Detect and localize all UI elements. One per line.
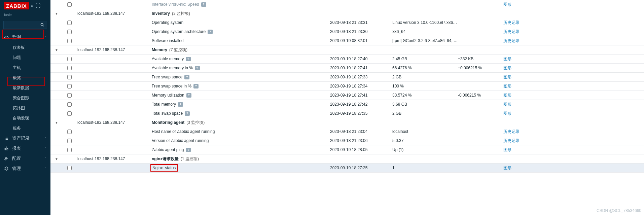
nav-subitem[interactable]: 服务 [0,123,50,133]
item-time: 2023-09-19 18:27:35 [330,111,392,116]
collapse-icon[interactable]: « [31,3,34,8]
row-checkbox[interactable] [67,21,72,25]
graph-link[interactable]: 图形 [503,102,511,107]
help-icon[interactable]: ? [201,2,206,7]
item-name: Host name of Zabbix agent running [152,129,215,134]
collapse-icon[interactable]: ▼ [55,12,58,15]
row-checkbox[interactable] [67,39,72,43]
sidebar: ZABBIX « ⛶ fasle 监测˄仪表板问题主机概览最新数据聚合图形拓扑图… [0,0,50,215]
help-icon[interactable]: ? [195,66,200,70]
row-checkbox[interactable] [67,2,72,7]
nav-subitem[interactable]: 主机 [0,63,50,73]
nav-subitem[interactable]: 最新数据 [0,83,50,93]
graph-link[interactable]: 图形 [503,166,511,170]
help-icon[interactable]: ? [186,93,191,98]
item-value: 3.68 GB [392,102,458,107]
item-value: 33.5724 % [392,93,458,98]
table-row: Nginx_status2023-09-19 18:27:251图形 [50,164,644,173]
list-icon [4,136,10,141]
nav-section-wrench[interactable]: 配置˅ [0,153,50,164]
popout-icon[interactable]: ⛶ [36,3,40,8]
nav-section-eye[interactable]: 监测˄ [0,32,50,42]
nav-label: 监测 [12,34,45,40]
row-checkbox[interactable] [67,139,72,143]
group-title: Memory [152,47,167,52]
nav-label: 资产记录 [12,135,45,141]
item-value: 2 GB [392,111,458,116]
table-row: Available memory in %?2023-09-19 18:27:4… [50,64,644,73]
main-content: Interface virbr0-nic: Speed?图形▼localhost… [50,0,644,215]
row-checkbox[interactable] [67,57,72,61]
history-link[interactable]: 历史记录 [503,129,520,134]
nav-section-bar[interactable]: 报表˅ [0,143,50,153]
item-value: Linux version 3.10.0-1160.el7.x86_6... [392,20,458,25]
nav-subitem[interactable]: 自动发现 [0,113,50,123]
row-checkbox[interactable] [67,30,72,34]
history-link[interactable]: 历史记录 [503,29,520,34]
svg-point-0 [41,23,43,26]
item-value: [rpm] GConf2-3.2.6-8.el7.x86_64, G... [392,38,458,43]
item-name: Available memory in % [152,66,193,70]
row-checkbox[interactable] [67,166,72,170]
table-row: Operating system architecture?2023-09-18… [50,27,644,36]
graph-link[interactable]: 图形 [503,147,511,152]
history-link[interactable]: 历史记录 [503,138,520,143]
search-icon [40,23,45,27]
item-name: Nginx_status [150,164,178,172]
graph-link[interactable]: 图形 [503,111,511,116]
item-name: Total swap space [152,111,183,116]
graph-link[interactable]: 图形 [503,84,511,88]
nav-subitem[interactable]: 问题 [0,52,50,63]
gear-icon [4,166,10,171]
nav-section-gear[interactable]: 管理˅ [0,164,50,174]
host-name: localhost-192.168.238.147 [76,47,152,52]
row-checkbox[interactable] [67,84,72,88]
nav-subitem[interactable]: 概览 [0,73,50,83]
nav-section-list[interactable]: 资产记录˅ [0,133,50,143]
bar-icon [4,146,10,151]
row-checkbox[interactable] [67,111,72,116]
collapse-icon[interactable]: ▼ [55,157,58,161]
history-link[interactable]: 历史记录 [503,38,520,43]
chevron-icon: ˅ [45,137,46,140]
graph-link[interactable]: 图形 [503,66,511,70]
nav-label: 配置 [12,155,45,162]
item-name: Version of Zabbix agent running [152,138,209,143]
item-name: Available memory [152,57,184,61]
item-time: 2023-09-19 18:27:33 [330,75,392,79]
help-icon[interactable]: ? [186,148,191,152]
graph-link[interactable]: 图形 [503,93,511,98]
row-checkbox[interactable] [67,130,72,134]
help-icon[interactable]: ? [184,75,189,79]
graph-link[interactable]: 图形 [503,75,511,79]
nav-subitem[interactable]: 仪表板 [0,42,50,52]
svg-point-2 [6,37,7,38]
collapse-icon[interactable]: ▼ [55,48,58,52]
help-icon[interactable]: ? [193,84,199,88]
help-icon[interactable]: ? [208,30,213,34]
help-icon[interactable]: ? [185,111,190,116]
table-row: Version of Zabbix agent running2023-09-1… [50,136,644,145]
row-checkbox[interactable] [67,66,72,70]
nav-subitem[interactable]: 聚合图形 [0,93,50,103]
graph-link[interactable]: 图形 [503,57,511,61]
item-change: +332 KB [458,57,503,61]
row-checkbox[interactable] [67,148,72,152]
row-checkbox[interactable] [67,75,72,79]
graph-link[interactable]: 图形 [503,2,511,7]
item-time: 2023-09-19 18:27:42 [330,102,392,107]
search-input[interactable] [3,21,47,29]
item-time: 2023-09-18 21:23:06 [330,138,392,143]
host-name: localhost-192.168.238.147 [76,156,152,161]
table-row: ▼localhost-192.168.238.147Monitoring age… [50,118,644,127]
help-icon[interactable]: ? [186,57,191,61]
history-link[interactable]: 历史记录 [503,20,520,25]
table-row: Memory utilization?2023-09-19 18:27:4133… [50,91,644,100]
help-icon[interactable]: ? [178,102,183,107]
item-time: 2023-09-19 18:27:40 [330,57,392,61]
collapse-icon[interactable]: ▼ [55,121,58,124]
row-checkbox[interactable] [67,93,72,98]
table-row: Interface virbr0-nic: Speed?图形 [50,0,644,9]
nav-subitem[interactable]: 拓扑图 [0,103,50,113]
row-checkbox[interactable] [67,102,72,107]
